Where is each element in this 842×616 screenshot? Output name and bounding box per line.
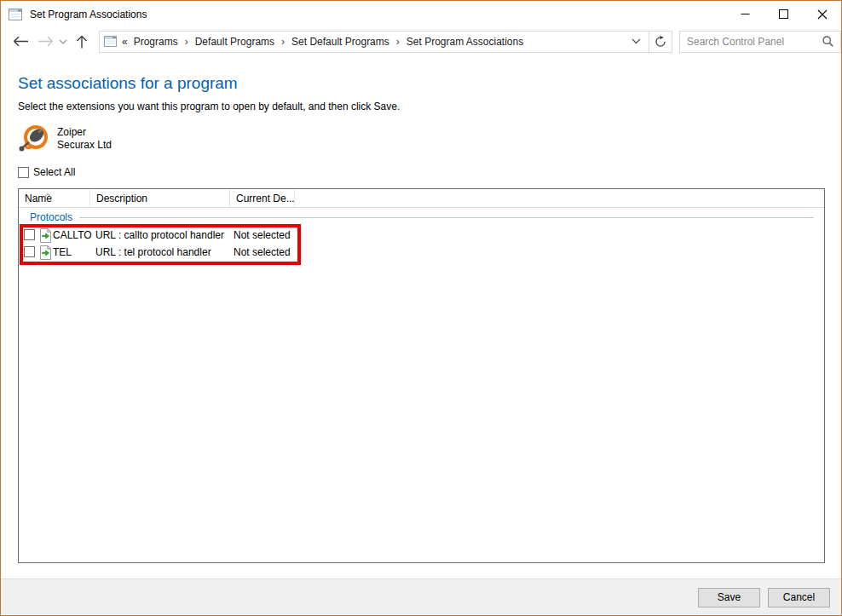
search-box xyxy=(679,31,841,53)
address-bar[interactable]: « Programs › Default Programs › Set Defa… xyxy=(99,31,649,53)
row-name: TEL xyxy=(53,244,72,261)
row-current-default: Not selected xyxy=(234,227,291,244)
save-button[interactable]: Save xyxy=(698,588,760,607)
row-current-default: Not selected xyxy=(234,244,291,261)
program-info: Zoiper Securax Ltd xyxy=(18,123,841,155)
recent-pages-button[interactable] xyxy=(59,39,67,44)
navigation-bar: « Programs › Default Programs › Set Defa… xyxy=(1,27,841,55)
group-divider-line xyxy=(79,217,814,218)
cancel-button[interactable]: Cancel xyxy=(768,588,830,607)
column-header-description[interactable]: Description xyxy=(90,189,230,207)
group-row-protocols: Protocols xyxy=(19,208,824,227)
column-header-current-default[interactable]: Current De... xyxy=(230,189,295,207)
breadcrumb-separator: › xyxy=(185,36,188,48)
breadcrumb-set-program-associations[interactable]: Set Program Associations xyxy=(407,36,523,48)
select-all-label: Select All xyxy=(33,166,75,178)
program-name: Zoiper xyxy=(57,126,112,139)
instruction-text: Select the extensions you want this prog… xyxy=(18,101,841,112)
maximize-icon xyxy=(779,9,788,19)
group-label: Protocols xyxy=(30,211,72,223)
select-all-checkbox[interactable] xyxy=(18,167,29,178)
table-row-callto[interactable]: CALLTO URL : callto protocol handler Not… xyxy=(19,227,824,244)
minimize-icon xyxy=(741,9,750,19)
breadcrumb-default-programs[interactable]: Default Programs xyxy=(195,36,274,48)
address-chevron-icon xyxy=(632,38,641,44)
refresh-icon xyxy=(655,36,666,48)
refresh-button[interactable] xyxy=(649,31,672,53)
up-icon xyxy=(76,35,88,49)
row-description: URL : callto protocol handler xyxy=(95,227,224,244)
back-icon xyxy=(13,36,29,47)
breadcrumb-overflow[interactable]: « xyxy=(122,36,128,48)
file-association-icon xyxy=(39,228,52,245)
set-program-associations-window: { "window": { "title": "Set Program Asso… xyxy=(0,0,842,616)
address-dropdown-button[interactable] xyxy=(632,38,649,44)
row-checkbox-callto[interactable] xyxy=(24,229,35,240)
app-window-icon xyxy=(9,9,22,20)
footer-bar: Save Cancel xyxy=(1,579,841,615)
search-input[interactable] xyxy=(687,36,819,48)
history-chevron-icon xyxy=(59,39,67,44)
search-icon[interactable] xyxy=(822,36,833,47)
breadcrumb-separator: › xyxy=(281,36,285,48)
row-checkbox-tel[interactable] xyxy=(24,246,35,257)
table-row-tel[interactable]: TEL URL : tel protocol handler Not selec… xyxy=(19,244,824,261)
file-association-icon xyxy=(39,245,52,262)
row-description: URL : tel protocol handler xyxy=(95,244,211,261)
sort-ascending-icon xyxy=(43,189,53,201)
title-bar: Set Program Associations xyxy=(1,1,841,27)
associations-list: Name Description Current De... Protocols… xyxy=(18,188,825,563)
up-button[interactable] xyxy=(76,35,88,49)
column-header-name[interactable]: Name xyxy=(19,189,90,207)
maximize-button[interactable] xyxy=(764,1,803,27)
page-title: Set associations for a program xyxy=(18,74,841,93)
control-panel-icon xyxy=(104,36,117,47)
back-button[interactable] xyxy=(13,36,29,47)
breadcrumb-separator: › xyxy=(396,36,400,48)
select-all-row: Select All xyxy=(18,166,841,178)
zoiper-logo-icon xyxy=(18,123,50,155)
table-header: Name Description Current De... xyxy=(19,189,824,208)
row-name: CALLTO xyxy=(53,227,92,244)
close-icon xyxy=(817,9,828,20)
forward-button[interactable] xyxy=(37,36,54,47)
program-publisher: Securax Ltd xyxy=(57,139,112,152)
breadcrumb-programs[interactable]: Programs xyxy=(134,36,178,48)
window-title: Set Program Associations xyxy=(30,9,147,20)
minimize-button[interactable] xyxy=(726,1,764,27)
window-controls xyxy=(726,1,841,27)
column-header-filler xyxy=(295,189,824,207)
forward-icon xyxy=(37,36,54,47)
close-button[interactable] xyxy=(803,1,841,27)
breadcrumb-set-default-programs[interactable]: Set Default Programs xyxy=(291,36,389,48)
